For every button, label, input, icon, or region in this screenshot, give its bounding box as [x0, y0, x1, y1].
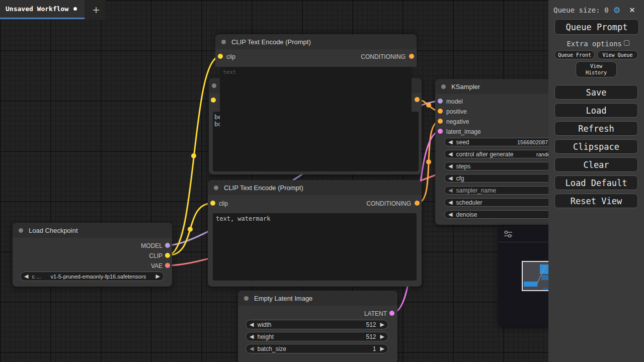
collapse-dot[interactable] — [244, 296, 249, 301]
clip-input-dot[interactable] — [210, 201, 215, 206]
conditioning-output-label: CONDITIONING — [361, 53, 406, 60]
node-title: Empty Latent Image — [254, 295, 312, 302]
decrement-arrow[interactable]: ◀ — [24, 273, 28, 280]
decrement-arrow[interactable]: ◀ — [448, 175, 452, 182]
increment-arrow[interactable]: ▶ — [380, 321, 384, 328]
new-workflow-button[interactable]: + — [89, 2, 104, 18]
node-clip-text-encode-negative[interactable]: CLIP Text Encode (Prompt) clip CONDITION… — [208, 180, 422, 287]
save-button[interactable]: Save — [554, 85, 638, 100]
latent-output-label: LATENT — [364, 310, 387, 317]
vae-output-dot[interactable] — [165, 263, 170, 268]
collapse-dot[interactable] — [214, 186, 218, 190]
node-header[interactable]: CLIP Text Encode (Prompt) — [208, 180, 422, 195]
refresh-button[interactable]: Refresh — [554, 121, 638, 136]
decrement-arrow[interactable]: ◀ — [448, 163, 452, 169]
positive-input-dot[interactable] — [438, 109, 443, 114]
node-header[interactable]: CLIP Text Encode (Prompt) — [215, 34, 417, 49]
conditioning-output-label: CONDITIONING — [366, 200, 411, 207]
node-title: Load Checkpoint — [29, 227, 78, 234]
close-icon[interactable]: ✕ — [629, 4, 635, 15]
height-widget[interactable]: ◀ height 512 ▶ — [246, 332, 388, 341]
conditioning-output-dot[interactable] — [415, 201, 420, 206]
clip-input-label: clip — [226, 53, 235, 60]
queue-prompt-button[interactable]: Queue Prompt — [554, 19, 639, 35]
load-button[interactable]: Load — [554, 103, 638, 118]
reset-view-button[interactable]: Reset View — [554, 194, 638, 208]
widget-label: batch_size — [257, 345, 286, 352]
collapse-dot[interactable] — [19, 228, 23, 233]
model-output-label: MODEL — [141, 242, 163, 249]
clip-input-label: clip — [219, 200, 228, 207]
decrement-arrow[interactable]: ◀ — [448, 187, 452, 194]
increment-arrow[interactable]: ▶ — [156, 273, 160, 280]
clip-output-dot[interactable] — [165, 253, 170, 258]
tune-icon — [504, 230, 513, 239]
prompt-textarea[interactable]: text — [220, 67, 412, 169]
widget-label: height — [257, 333, 274, 340]
decrement-arrow[interactable]: ◀ — [250, 333, 254, 340]
model-input-dot[interactable] — [438, 99, 443, 104]
decrement-arrow[interactable]: ◀ — [448, 139, 452, 145]
clipspace-button[interactable]: Clipspace — [554, 139, 638, 154]
settings-gear-icon[interactable]: ⚙ — [614, 4, 620, 16]
model-output-dot[interactable] — [165, 243, 170, 248]
widget-label: c ... — [32, 274, 41, 280]
node-load-checkpoint[interactable]: Load Checkpoint MODEL CLIP VAE ◀ c ... v… — [13, 223, 172, 287]
latent-output-dot[interactable] — [389, 311, 394, 316]
model-input-label: model — [446, 98, 463, 105]
decrement-arrow[interactable]: ◀ — [448, 151, 452, 157]
comfy-menu: Queue size: 0 ⚙ ✕ Queue Prompt Extra opt… — [548, 0, 644, 362]
batch-size-widget[interactable]: ◀ batch_size 1 ▶ — [246, 344, 388, 353]
widget-value: v1-5-pruned-emaonly-fp16.safetensors — [51, 274, 146, 280]
width-widget[interactable]: ◀ width 512 ▶ — [246, 320, 388, 329]
widget-value: 512 — [366, 321, 376, 328]
widget-label: cfg — [456, 175, 464, 182]
ckpt-name-widget[interactable]: ◀ c ... v1-5-pruned-emaonly-fp16.safeten… — [20, 272, 164, 281]
widget-label: width — [257, 321, 271, 328]
prompt-textarea[interactable]: text, watermark — [213, 213, 417, 281]
seed-value: 15668020871 — [517, 139, 551, 145]
load-default-button[interactable]: Load Default — [554, 175, 638, 190]
latent-input-dot[interactable] — [438, 129, 443, 134]
extra-options-checkbox[interactable] — [624, 40, 629, 46]
decrement-arrow[interactable]: ◀ — [250, 321, 254, 328]
increment-arrow[interactable]: ▶ — [380, 345, 384, 352]
clip-output-label: CLIP — [149, 252, 163, 259]
decrement-arrow[interactable]: ◀ — [448, 211, 452, 218]
node-title: CLIP Text Encode (Prompt) — [224, 184, 303, 192]
extra-options-label: Extra options — [548, 40, 622, 48]
latent-input-label: latent_image — [446, 128, 481, 135]
workflow-tab[interactable]: Unsaved Workflow — [0, 0, 85, 19]
generated-image-thumbnail[interactable] — [522, 261, 551, 291]
widget-label: control after generate — [456, 151, 513, 158]
decrement-arrow[interactable]: ◀ — [448, 199, 452, 206]
view-history-button[interactable]: View History — [576, 61, 617, 77]
view-queue-button[interactable]: View Queue — [597, 50, 638, 59]
unsaved-indicator-dot — [73, 7, 77, 11]
widget-value: 512 — [366, 333, 376, 340]
vae-output-label: VAE — [151, 262, 163, 269]
widget-label: denoise — [456, 211, 477, 218]
node-header[interactable]: Empty Latent Image — [238, 291, 397, 306]
negative-input-label: negative — [446, 118, 469, 125]
widget-label: sampler_name — [456, 187, 496, 194]
conditioning-output-dot[interactable] — [409, 54, 414, 59]
widget-label: seed — [456, 139, 469, 146]
clip-input-dot[interactable] — [218, 54, 223, 59]
collapse-dot[interactable] — [221, 40, 226, 44]
negative-input-dot[interactable] — [438, 119, 443, 124]
queue-front-button[interactable]: Queue Front — [554, 50, 595, 59]
queue-size-label: Queue size: 0 — [553, 6, 609, 14]
decrement-arrow[interactable]: ◀ — [250, 345, 254, 352]
node-empty-latent-image[interactable]: Empty Latent Image LATENT ◀ width 512 ▶ … — [238, 291, 397, 362]
increment-arrow[interactable]: ▶ — [380, 333, 384, 340]
node-clip-text-encode-top[interactable]: CLIP Text Encode (Prompt) clip CONDITION… — [215, 34, 417, 173]
tab-title: Unsaved Workflow — [6, 5, 68, 13]
node-header[interactable]: Load Checkpoint — [13, 223, 172, 238]
collapse-dot[interactable] — [441, 84, 446, 89]
node-title: KSampler — [451, 83, 480, 90]
clear-button[interactable]: Clear — [554, 157, 638, 172]
widget-value: 1 — [373, 345, 376, 352]
workflow-tab-bar: Unsaved Workflow + — [0, 0, 106, 20]
node-canvas[interactable]: CLIP Text Encode (Prompt) beautiful scen… — [0, 0, 644, 362]
